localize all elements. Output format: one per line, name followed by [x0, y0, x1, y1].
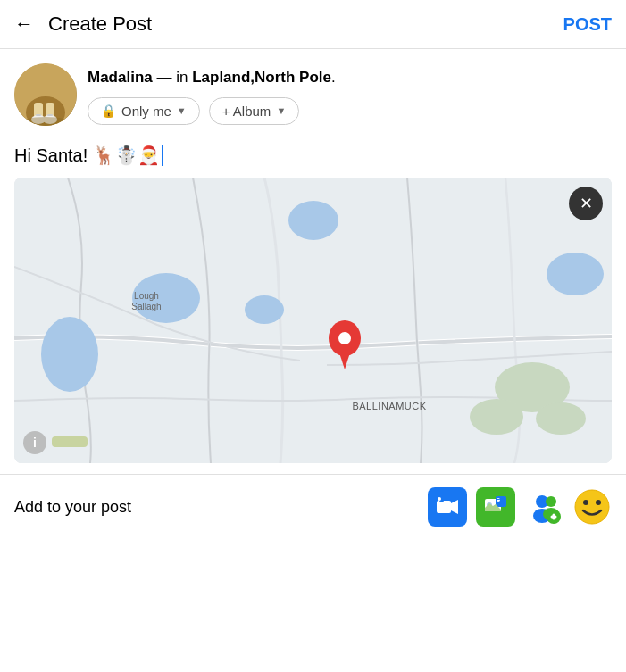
album-label: + Album	[222, 104, 271, 119]
privacy-label: Only me	[121, 104, 171, 119]
bottom-icons	[428, 487, 612, 527]
location-period: .	[331, 69, 336, 86]
album-chevron-icon: ▼	[276, 105, 286, 116]
post-text-area[interactable]: Hi Santa! 🦌☃️🎅	[0, 133, 626, 178]
add-photo-button[interactable]	[476, 487, 515, 527]
username: Madalina	[88, 69, 153, 86]
svg-point-13	[41, 317, 98, 392]
user-section: Madalina — in Lapland,North Pole. 🔒 Only…	[0, 49, 626, 133]
header: ← Create Post POST	[0, 0, 626, 49]
svg-point-17	[536, 402, 586, 435]
svg-point-23	[338, 332, 351, 344]
svg-point-28	[438, 497, 441, 501]
svg-rect-25	[437, 501, 451, 513]
album-button[interactable]: + Album ▼	[209, 97, 300, 125]
user-name-line: Madalina — in Lapland,North Pole.	[88, 67, 612, 88]
close-icon: ✕	[580, 195, 593, 212]
close-map-button[interactable]: ✕	[569, 187, 603, 220]
post-button[interactable]: POST	[563, 14, 612, 35]
back-button[interactable]: ←	[14, 12, 34, 36]
svg-marker-26	[451, 500, 458, 514]
add-emoji-button[interactable]	[572, 487, 612, 527]
separator: — in	[153, 69, 192, 86]
svg-point-14	[547, 253, 604, 295]
svg-point-12	[245, 295, 284, 324]
video-icon	[436, 495, 459, 519]
controls-row: 🔒 Only me ▼ + Album ▼	[88, 97, 612, 125]
svg-point-43	[575, 490, 609, 524]
svg-point-38	[546, 496, 556, 507]
svg-rect-34	[502, 499, 503, 502]
user-location: Lapland,North Pole	[192, 69, 331, 86]
privacy-selector[interactable]: 🔒 Only me ▼	[88, 97, 200, 125]
page-title: Create Post	[48, 12, 152, 36]
user-info: Madalina — in Lapland,North Pole. 🔒 Only…	[88, 63, 612, 125]
info-icon: i	[33, 436, 37, 450]
svg-rect-42	[553, 514, 555, 520]
chevron-down-icon: ▼	[177, 105, 187, 116]
svg-rect-6	[36, 114, 41, 116]
tag-people-button[interactable]	[524, 487, 563, 527]
svg-rect-33	[497, 499, 500, 500]
map-svg: Lough Sallagh BALLINAMUCK	[14, 178, 612, 463]
header-left: ← Create Post	[14, 12, 152, 36]
svg-rect-18	[52, 436, 88, 447]
photo-icon	[484, 495, 507, 519]
map-container: Lough Sallagh BALLINAMUCK ✕ i	[14, 178, 612, 463]
add-to-post-label: Add to your post	[14, 498, 131, 517]
svg-point-45	[596, 500, 601, 505]
avatar	[14, 63, 77, 126]
svg-point-10	[288, 201, 338, 240]
add-video-button[interactable]	[428, 487, 467, 527]
svg-rect-30	[496, 496, 506, 507]
people-icon	[524, 487, 563, 527]
post-text: Hi Santa! 🦌☃️🎅	[14, 142, 160, 169]
svg-text:BALLINAMUCK: BALLINAMUCK	[352, 401, 426, 411]
svg-text:Sallagh: Sallagh	[131, 302, 161, 311]
svg-rect-7	[47, 114, 53, 116]
bottom-bar: Add to your post	[0, 474, 626, 539]
map-info-badge[interactable]: i	[23, 431, 46, 454]
text-cursor	[162, 145, 163, 166]
svg-point-44	[583, 500, 588, 505]
svg-point-16	[470, 399, 523, 435]
emoji-icon	[574, 489, 610, 525]
lock-icon: 🔒	[101, 104, 116, 118]
svg-text:Lough: Lough	[134, 291, 159, 301]
